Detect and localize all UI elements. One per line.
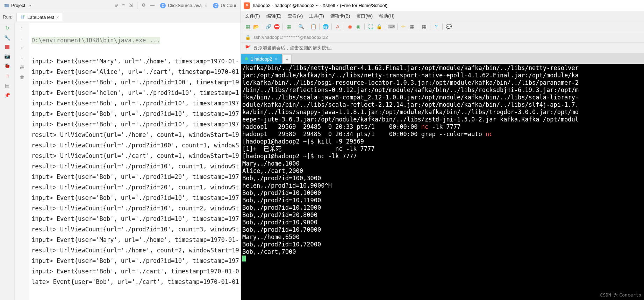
copy-icon[interactable]: 📋 [310, 23, 316, 30]
pin-icon[interactable]: 📌 [4, 92, 10, 98]
rerun-icon[interactable]: ↻ [5, 25, 9, 31]
terminal-tabs: 1 hadoop2 × + [241, 53, 644, 64]
svg-rect-2 [22, 15, 23, 19]
project-dropdown[interactable]: Project ▾ [1, 1, 34, 9]
keyboard-icon[interactable]: ⌨ [388, 23, 394, 30]
separator [442, 23, 443, 30]
watermark: CSDN @:Concerto [600, 291, 641, 299]
ide-pane: Project ▾ ⊕ ≡ ⇲ ⚙ — C ClickSource.java ×… [0, 0, 241, 300]
clear-icon[interactable]: ▦ [409, 23, 415, 30]
trash-icon[interactable]: 🗑 [20, 74, 24, 80]
up-arrow-icon[interactable]: ↑ [21, 25, 23, 31]
collapse-icon[interactable]: ⇲ [129, 2, 133, 9]
divider [137, 2, 137, 9]
console-gutter: ↑ ↓ ⤶ ⤓ 🖶 🗑 [15, 23, 29, 300]
run-icon [20, 15, 25, 20]
target-icon[interactable]: ⊕ [114, 2, 118, 9]
separator [319, 23, 320, 30]
menu-help[interactable]: 帮助(H) [379, 13, 394, 19]
run-config-tab[interactable]: LateDataTest × [16, 13, 63, 21]
svg-rect-1 [5, 4, 6, 5]
search-icon[interactable]: 🔍 [298, 23, 304, 30]
run-label: Run: [3, 14, 12, 20]
xshell-app-icon: ✕ [244, 2, 250, 9]
fullscreen-icon[interactable]: ⛶ [367, 23, 374, 30]
stop-button[interactable] [5, 45, 9, 49]
menu-edit[interactable]: 编辑(E) [266, 13, 281, 19]
soft-wrap-icon[interactable]: ⤶ [20, 45, 24, 50]
kill-cmd: [hadoop1@hadoop2 ~]$ kill -9 29569 [242, 138, 364, 145]
exit-icon[interactable]: ⏍ [6, 73, 9, 78]
tab-label: ClickSource.java [168, 3, 202, 8]
separator [418, 23, 418, 30]
project-icon [4, 3, 9, 8]
menu-bar: 文件(F) 编辑(E) 查看(V) 工具(T) 选项卡(B) 窗口(W) 帮助(… [241, 11, 644, 21]
camera-icon[interactable]: 📷 [4, 53, 10, 59]
reconnect-icon[interactable]: 🔗 [265, 23, 271, 30]
dropdown-arrow-icon: ▾ [29, 4, 31, 7]
print-icon[interactable]: 🖶 [20, 64, 24, 70]
ps-line-1: hadoop1 29569 29485 0 20:33 pts/1 00:00:… [242, 123, 421, 130]
ps-hl: nc [421, 123, 428, 130]
menu-view[interactable]: 查看(V) [288, 13, 303, 19]
separator [397, 23, 398, 30]
terminal-cursor [242, 256, 246, 261]
new-session-icon[interactable]: ▦ [244, 23, 251, 30]
separator [364, 23, 365, 30]
help-icon[interactable]: ? [433, 23, 439, 30]
close-icon[interactable]: × [205, 3, 207, 8]
add-tab-button[interactable]: + [282, 55, 292, 64]
xftp-icon[interactable]: ◉ [355, 23, 362, 30]
flag-icon: 🚩 [245, 45, 251, 50]
menu-window[interactable]: 窗口(W) [356, 13, 373, 19]
menu-tabs[interactable]: 选项卡(B) [330, 13, 350, 19]
separator [262, 23, 262, 30]
tile-icon[interactable]: ▦ [421, 23, 427, 30]
expand-icon[interactable]: ≡ [122, 2, 125, 9]
ps-line-2: hadoop1 29580 29485 0 20:34 pts/1 00:00:… [242, 131, 486, 138]
terminal-tab-hadoop2[interactable]: 1 hadoop2 × [241, 54, 282, 64]
close-icon[interactable]: × [275, 56, 278, 62]
settings-icon[interactable]: ⚙ [142, 2, 146, 9]
class-icon: C [160, 3, 166, 8]
top-toolbar: ⊕ ≡ ⇲ ⚙ — [114, 2, 155, 9]
down-arrow-icon[interactable]: ↓ [21, 35, 23, 41]
address-bar[interactable]: 🔒 ssh://hadoop1:*********@hadoop2:22 [241, 32, 644, 43]
class-icon: C [213, 3, 219, 8]
lock-icon: 🔒 [245, 35, 251, 40]
ssh-address: ssh://hadoop1:*********@hadoop2:22 [253, 35, 328, 40]
console-output[interactable]: D:\environment\JDK8\bin\java.exe ... inp… [29, 23, 241, 300]
chat-icon[interactable]: 💬 [445, 23, 452, 30]
svg-point-4 [23, 15, 25, 17]
ide-top-bar: Project ▾ ⊕ ≡ ⇲ ⚙ — C ClickSource.java ×… [0, 0, 241, 11]
editor-tab-clicksource[interactable]: C ClickSource.java × [157, 1, 210, 10]
disconnect-icon[interactable]: ⛔ [273, 23, 280, 30]
editor-tab-urlcour[interactable]: C UrlCour [210, 1, 239, 10]
separator [307, 23, 307, 30]
separator [282, 23, 283, 30]
separator [295, 23, 295, 30]
editor-tabs: C ClickSource.java × C UrlCour [157, 1, 239, 10]
run-gutter: ↻ 🔧 📷 🐞 ⏍ ▤ 📌 [0, 23, 15, 300]
menu-file[interactable]: 文件(F) [245, 13, 260, 19]
xshell-logo-icon[interactable]: ◉ [347, 23, 353, 30]
close-icon[interactable]: × [56, 15, 59, 20]
lock-icon[interactable]: 🔒 [376, 23, 382, 30]
globe-icon[interactable]: 🌐 [322, 23, 329, 30]
nc-cmd: [hadoop1@hadoop2 ~]$ nc -lk 7777 [242, 153, 357, 160]
wrench-icon[interactable]: 🔧 [4, 35, 10, 41]
font-icon[interactable]: A [335, 23, 341, 30]
project-label: Project [11, 3, 25, 8]
minimize-icon[interactable]: — [150, 2, 155, 9]
properties-icon[interactable]: ▦ [286, 23, 292, 30]
menu-tools[interactable]: 工具(T) [309, 13, 324, 19]
terminal[interactable]: /kafka/bin/../libs/netty-handler-4.1.62.… [241, 64, 644, 300]
debug-rerun-icon[interactable]: 🐞 [4, 63, 10, 69]
highlight-icon[interactable]: ✏ [400, 23, 407, 30]
open-icon[interactable]: 📂 [253, 23, 259, 30]
separator [385, 23, 385, 30]
killed-msg: [1]+ 已杀死 nc -lk 7777 [242, 145, 375, 152]
layout-icon[interactable]: ▤ [5, 83, 9, 88]
scroll-end-icon[interactable]: ⤓ [20, 55, 24, 60]
separator [344, 23, 344, 30]
